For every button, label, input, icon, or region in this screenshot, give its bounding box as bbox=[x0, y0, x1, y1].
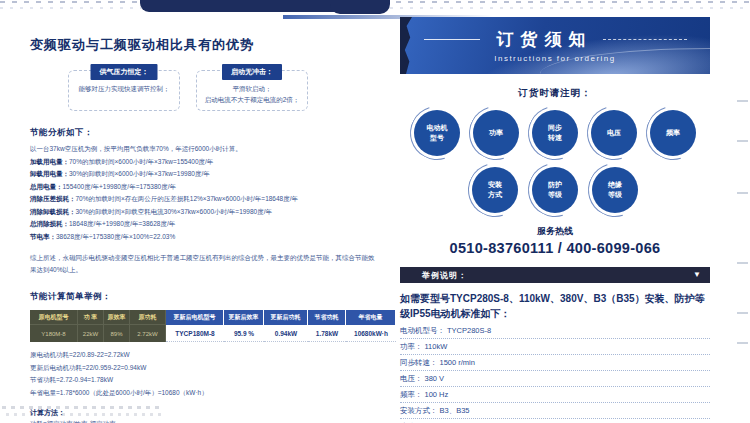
analysis-line: 消除卸载损耗：30%的卸载时间×卸载空耗电流30%×37kw×6000小时/年=… bbox=[30, 206, 395, 219]
table-header-cell: 更新后效率 bbox=[224, 310, 264, 325]
table-cell: 89% bbox=[104, 325, 130, 342]
advantage-box-softstart: 启动无冲击： 平滑软启动； 启动电流不大于额定电流的2倍； bbox=[196, 70, 308, 111]
top-torn-strip bbox=[0, 0, 750, 16]
page-title: 变频驱动与工频驱动相比具有的优势 bbox=[30, 36, 395, 54]
edge-artifact bbox=[737, 342, 748, 344]
edge-artifact bbox=[737, 192, 748, 194]
example-bar-title: 举例说明： bbox=[422, 270, 467, 281]
spec-row: 安装方式：B3、B35 bbox=[400, 403, 710, 419]
calc-line: 节省功耗=2.72-0.94=1.78kW bbox=[30, 374, 395, 387]
analysis-line: 消除压差损耗：70%的加载时间×存在两公斤的压差损耗12%×37kw×6000小… bbox=[30, 193, 395, 206]
advantage-box-pressure: 供气压力恒定： 能够对压力实现快速调节控制； bbox=[68, 70, 180, 111]
spec-list: 电动机型号：TYCP280S-8 功率：110kW 同步转速：1500 r/mi… bbox=[400, 323, 710, 423]
spec-row: 电压：380 V bbox=[400, 371, 710, 387]
calc-line: 年省电量=1.78*6000（此处是6000小时/年）=10680（kW·h） bbox=[30, 387, 395, 400]
banner-title-row: 订货须知 bbox=[424, 28, 687, 51]
banner-subtitle: Instructions for ordering bbox=[494, 54, 616, 63]
edge-artifact bbox=[737, 140, 748, 142]
analysis-line: 总消除损耗：18648度/年+19980度/年=38628度/年 bbox=[30, 218, 395, 231]
hotline-numbers: 0510-83760111 / 400-6099-066 bbox=[400, 240, 710, 256]
badge-frequency: 频率 bbox=[650, 110, 696, 156]
advantage-box-header: 供气压力恒定： bbox=[91, 64, 158, 80]
badge-voltage: 电压 bbox=[591, 110, 637, 156]
advantage-box-header: 启动无冲击： bbox=[222, 64, 282, 80]
banner-line-right bbox=[603, 39, 687, 40]
table-cell: 10680kW·h bbox=[346, 325, 396, 342]
spec-row: 防护等级：IP55 bbox=[400, 419, 710, 423]
badge-power: 功率 bbox=[473, 110, 519, 156]
table-cell: 1.78kW bbox=[308, 325, 346, 342]
table-cell: 22kW bbox=[78, 325, 104, 342]
edge-artifact bbox=[737, 100, 748, 102]
hotline-label: 服务热线 bbox=[400, 225, 710, 238]
badge-sync-speed: 同步 转速 bbox=[532, 110, 578, 156]
method-line: 功耗=额定功率/效率-额定功率 bbox=[30, 418, 395, 423]
table-header-cell: 原效率 bbox=[104, 310, 130, 325]
table-header-cell: 功 率 bbox=[78, 310, 104, 325]
spec-row: 同步转速：1500 r/min bbox=[400, 355, 710, 371]
analysis-intro: 以一台37kw空压机为例，按平均用气负载率70%，年运行6000小时计算。 bbox=[30, 143, 395, 156]
advantage-box-body: 平滑软启动； 启动电流不大于额定电流的2倍； bbox=[202, 83, 302, 105]
ordering-banner: 订货须知 Instructions for ordering bbox=[400, 17, 710, 74]
badges-row-2: 安装 方式 防护 等级 绝缘 等级 bbox=[400, 167, 710, 213]
table-cell: Y180M-8 bbox=[30, 325, 78, 342]
spec-row: 电动机型号：TYCP280S-8 bbox=[400, 323, 710, 339]
table-header-cell: 节省功耗 bbox=[308, 310, 346, 325]
table-header-cell: 更新后电机型号 bbox=[166, 310, 224, 325]
table-header-cell: 年省电量 bbox=[346, 310, 396, 325]
edge-artifact bbox=[737, 262, 748, 264]
calc-lines: 原电动机功耗=22/0.89-22=2.72kW 更新后电动机功耗=22/0.9… bbox=[30, 349, 395, 399]
calc-line: 更新后电动机功耗=22/0.959-22=0.94kW bbox=[30, 362, 395, 375]
calc-line: 原电动机功耗=22/0.89-22=2.72kW bbox=[30, 349, 395, 362]
order-note-heading: 订货时请注明： bbox=[400, 87, 710, 100]
table-cell: 0.94kW bbox=[264, 325, 308, 342]
edge-artifact bbox=[737, 312, 748, 314]
table-cell: 95.9 % bbox=[224, 325, 264, 342]
example-description: 如需要型号TYCP280S-8、110kW、380V、B3（B35）安装、防护等… bbox=[400, 291, 710, 321]
top-navy-blob bbox=[330, 0, 390, 14]
table-cell: 2.72kW bbox=[130, 325, 166, 342]
analysis-line: 节电率：38628度/年÷175380度/年×100%=22.03% bbox=[30, 231, 395, 244]
example-heading: 节能计算简单举例： bbox=[30, 291, 395, 303]
banner-title: 订货须知 bbox=[490, 28, 593, 51]
advantage-box-body: 能够对压力实现快速调节控制； bbox=[74, 83, 174, 94]
chevron-down-icon[interactable]: ▼ bbox=[693, 271, 702, 279]
energy-saving-table: 原电机型号 功 率 原效率 原功耗 更新后电机型号 更新后效率 更新后功耗 节省… bbox=[30, 310, 395, 342]
example-collapsible-header[interactable]: 举例说明： ▼ bbox=[400, 267, 710, 283]
analysis-lines: 加载用电量：70%的加载时间×6000小时/年×37kw=155400度/年 卸… bbox=[30, 156, 395, 244]
bottom-noise-artifact bbox=[2, 404, 162, 418]
table-header-cell: 原电机型号 bbox=[30, 310, 78, 325]
badge-mounting: 安装 方式 bbox=[472, 167, 518, 213]
analysis-summary: 综上所述，永磁同步电机驱动变频空压机相比于普通工频空压机有列出的综合优势，最主要… bbox=[30, 252, 375, 275]
ordering-section: 订货须知 Instructions for ordering 订货时请注明： 电… bbox=[400, 17, 710, 423]
table-header-cell: 更新后功耗 bbox=[264, 310, 308, 325]
banner-line-left bbox=[424, 39, 480, 40]
analysis-line: 总用电量：155400度/年+19980度/年=175380度/年 bbox=[30, 181, 395, 194]
badge-motor-model: 电动机 型号 bbox=[414, 110, 460, 156]
table-header-cell: 原功耗 bbox=[130, 310, 166, 325]
badge-insulation: 绝缘 等级 bbox=[592, 167, 638, 213]
spec-row: 功率：110kW bbox=[400, 339, 710, 355]
method-lines: 功耗=额定功率/效率-额定功率 节省功耗=原电动机功耗-新电动机功耗 年省电量=… bbox=[30, 418, 395, 423]
badges-row-1: 电动机 型号 功率 同步 转速 电压 频率 bbox=[400, 110, 710, 156]
analysis-heading: 节能分析如下： bbox=[30, 127, 395, 139]
advantage-boxes: 供气压力恒定： 能够对压力实现快速调节控制； 启动无冲击： 平滑软启动； 启动电… bbox=[68, 70, 395, 111]
spec-row: 频率：100 Hz bbox=[400, 387, 710, 403]
advantages-section: 变频驱动与工频驱动相比具有的优势 供气压力恒定： 能够对压力实现快速调节控制； … bbox=[30, 36, 395, 423]
table-cell: TYCP180M-8 bbox=[166, 325, 224, 342]
analysis-line: 卸载用电量：30%的卸载时间×6000小时/年×37kw=19980度/年 bbox=[30, 168, 395, 181]
analysis-line: 加载用电量：70%的加载时间×6000小时/年×37kw=155400度/年 bbox=[30, 156, 395, 169]
badge-protection: 防护 等级 bbox=[532, 167, 578, 213]
